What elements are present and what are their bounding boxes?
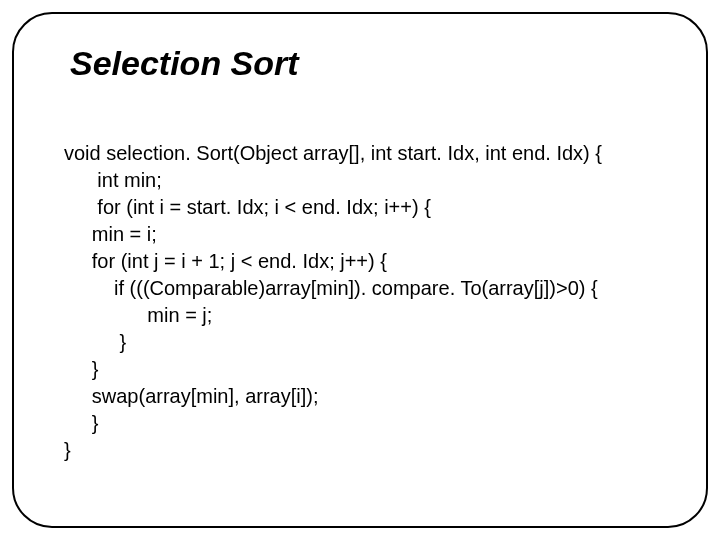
code-line: }	[64, 358, 98, 380]
code-line: }	[64, 412, 98, 434]
code-line: swap(array[min], array[i]);	[64, 385, 319, 407]
slide-title: Selection Sort	[70, 44, 666, 83]
code-line: int min;	[64, 169, 162, 191]
code-line: void selection. Sort(Object array[], int…	[64, 142, 602, 164]
code-line: min = i;	[64, 223, 157, 245]
code-line: }	[64, 331, 126, 353]
slide-frame: Selection Sort void selection. Sort(Obje…	[12, 12, 708, 528]
code-line: if (((Comparable)array[min]). compare. T…	[64, 277, 598, 299]
code-line: min = j;	[64, 304, 212, 326]
code-line: for (int j = i + 1; j < end. Idx; j++) {	[64, 250, 387, 272]
code-line: for (int i = start. Idx; i < end. Idx; i…	[64, 196, 431, 218]
code-block: void selection. Sort(Object array[], int…	[64, 113, 666, 491]
code-line: }	[64, 439, 71, 461]
